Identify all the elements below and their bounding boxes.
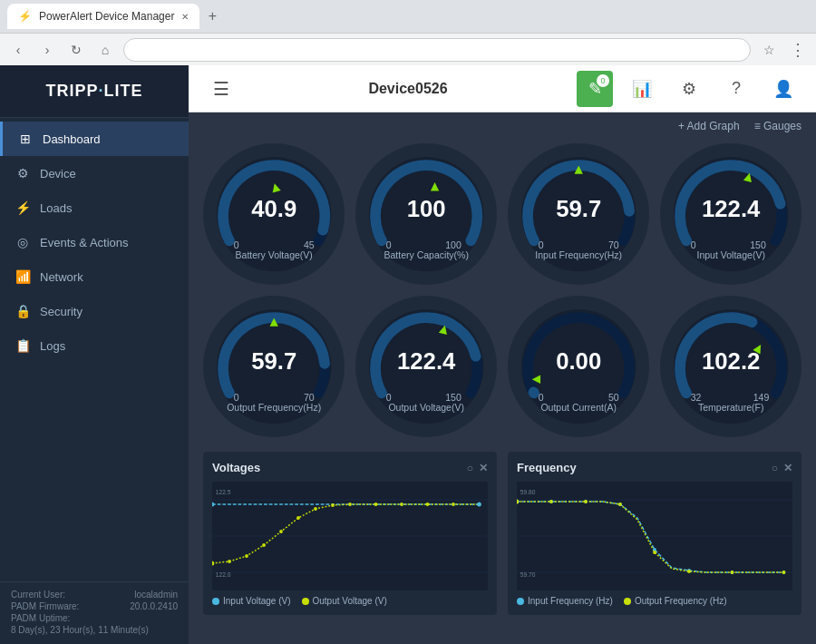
events-icon: ◎ <box>15 234 31 250</box>
tab-title: PowerAlert Device Manager <box>39 10 174 23</box>
sidebar-item-network[interactable]: 📶 Network <box>0 259 189 294</box>
svg-point-83 <box>549 500 553 503</box>
content-header: + Add Graph ≡ Gauges <box>189 112 816 140</box>
frequency-chart: Frequency ○ ✕ <box>508 452 801 615</box>
svg-text:Output Current(A): Output Current(A) <box>540 402 617 413</box>
frequency-chart-title: Frequency ○ ✕ <box>517 461 792 474</box>
firmware-label: PADM Firmware: <box>11 601 79 611</box>
gauge-battery-capacity: 100 0 100 Battery Capacity(%) <box>355 143 497 285</box>
sidebar-item-device[interactable]: ⚙ Device <box>0 156 189 190</box>
active-tab[interactable]: ⚡ PowerAlert Device Manager ✕ <box>7 4 199 29</box>
uptime-value: 8 Day(s), 23 Hour(s), 11 Minute(s) <box>11 625 149 635</box>
svg-text:Battery Voltage(V): Battery Voltage(V) <box>235 249 312 260</box>
refresh-button[interactable]: ↻ <box>65 39 87 61</box>
forward-button[interactable]: › <box>36 39 58 61</box>
sidebar-item-label: Events & Actions <box>40 236 129 249</box>
help-button[interactable]: ? <box>718 71 754 107</box>
voltages-chart-title: Voltages ○ ✕ <box>212 461 488 474</box>
main-content: + Add Graph ≡ Gauges 40.9 0 45 <box>189 112 816 644</box>
logo-tripp: TRIPP <box>45 82 98 100</box>
graph-button[interactable]: 📊 <box>624 71 660 107</box>
frequency-chart-area: 59.80 59.70 <box>517 482 792 590</box>
svg-text:32: 32 <box>691 391 702 402</box>
svg-text:0: 0 <box>691 239 696 249</box>
current-user-label: Current User: <box>11 590 65 600</box>
sidebar-footer: Current User: localadmin PADM Firmware: … <box>0 581 189 644</box>
new-tab-button[interactable]: + <box>199 4 225 29</box>
svg-point-56 <box>262 543 266 547</box>
logs-icon: 📋 <box>15 337 31 354</box>
sidebar-logo: TRIPP·LITE <box>0 65 189 118</box>
svg-point-59 <box>314 507 317 511</box>
svg-text:45: 45 <box>304 239 315 249</box>
svg-point-84 <box>584 500 588 503</box>
svg-text:Input Frequency(Hz): Input Frequency(Hz) <box>535 249 622 260</box>
address-input[interactable] <box>123 38 751 62</box>
voltages-legend-output: Output Voltage (V) <box>302 596 387 606</box>
sidebar-item-loads[interactable]: ⚡ Loads <box>0 190 189 225</box>
add-graph-button[interactable]: + Add Graph <box>678 120 740 132</box>
frequency-legend-input: Input Frequency (Hz) <box>517 596 613 606</box>
device-icon: ⚙ <box>15 165 31 181</box>
svg-text:0: 0 <box>539 239 544 249</box>
bookmark-button[interactable]: ☆ <box>758 39 780 61</box>
input-frequency-legend-dot <box>517 598 524 605</box>
svg-point-60 <box>331 503 335 507</box>
frequency-chart-controls: ○ ✕ <box>772 462 792 474</box>
svg-point-65 <box>452 503 455 506</box>
gauge-output-frequency: 59.7 0 70 Output Frequency(Hz) <box>203 296 345 437</box>
gauge-output-current: 0.00 0 50 Output Current(A) <box>508 296 649 437</box>
tab-bar: ⚡ PowerAlert Device Manager ✕ + <box>0 0 816 33</box>
voltages-sync-btn[interactable]: ○ <box>467 462 473 474</box>
svg-point-58 <box>296 516 300 520</box>
svg-text:Output Voltage(V): Output Voltage(V) <box>388 402 464 413</box>
hamburger-menu-button[interactable]: ☰ <box>203 71 239 107</box>
gauge-input-voltage: 122.4 0 150 Input Voltage(V) <box>660 143 801 285</box>
svg-text:150: 150 <box>445 391 461 402</box>
sidebar-item-dashboard[interactable]: ⊞ Dashboard <box>0 122 189 156</box>
gauges-button[interactable]: ≡ Gauges <box>754 120 801 132</box>
svg-point-86 <box>653 551 656 554</box>
svg-point-88 <box>731 571 734 574</box>
sidebar-item-label: Dashboard <box>43 132 101 146</box>
svg-text:102.2: 102.2 <box>702 348 760 374</box>
sidebar-item-security[interactable]: 🔒 Security <box>0 294 189 328</box>
back-button[interactable]: ‹ <box>7 39 29 61</box>
loads-icon: ⚡ <box>15 200 31 216</box>
gauge-temperature: 102.2 32 149 Temperature(F) <box>660 296 801 437</box>
sidebar-item-label: Device <box>40 167 76 181</box>
home-button[interactable]: ⌂ <box>94 39 116 61</box>
svg-text:Temperature(F): Temperature(F) <box>698 402 763 413</box>
voltages-close-btn[interactable]: ✕ <box>479 462 488 474</box>
svg-point-67 <box>212 503 214 507</box>
svg-text:Input Voltage(V): Input Voltage(V) <box>696 249 764 260</box>
user-button[interactable]: 👤 <box>765 71 801 107</box>
sidebar-item-label: Network <box>40 270 83 284</box>
sidebar-item-events[interactable]: ◎ Events & Actions <box>0 225 189 259</box>
browser-menu-button[interactable]: ⋮ <box>787 39 809 61</box>
svg-point-53 <box>212 561 214 566</box>
svg-text:59.7: 59.7 <box>556 196 601 221</box>
svg-text:122.0: 122.0 <box>216 571 231 578</box>
settings-button[interactable]: ⚙ <box>671 71 707 107</box>
svg-text:59.7: 59.7 <box>251 348 296 374</box>
sidebar-item-label: Logs <box>40 339 65 353</box>
svg-point-57 <box>279 530 283 533</box>
svg-text:70: 70 <box>304 391 315 402</box>
alert-button[interactable]: ✎ 0 <box>577 71 613 107</box>
tab-close-btn[interactable]: ✕ <box>181 12 189 22</box>
svg-point-89 <box>782 571 786 574</box>
svg-text:0.00: 0.00 <box>556 348 601 374</box>
frequency-sync-btn[interactable]: ○ <box>772 462 778 474</box>
voltages-legend-input: Input Voltage (V) <box>212 596 291 606</box>
charts-grid: Voltages ○ ✕ <box>203 452 801 615</box>
svg-text:59.80: 59.80 <box>520 489 536 495</box>
frequency-legend-output: Output Frequency (Hz) <box>624 596 727 606</box>
frequency-close-btn[interactable]: ✕ <box>783 462 792 474</box>
svg-text:50: 50 <box>608 391 619 402</box>
svg-text:100: 100 <box>407 196 446 221</box>
svg-text:100: 100 <box>445 239 461 249</box>
svg-text:0: 0 <box>539 391 544 402</box>
sidebar-item-logs[interactable]: 📋 Logs <box>0 328 189 363</box>
app-header: ☰ Device0526 ✎ 0 📊 ⚙ ? 👤 <box>189 65 816 112</box>
